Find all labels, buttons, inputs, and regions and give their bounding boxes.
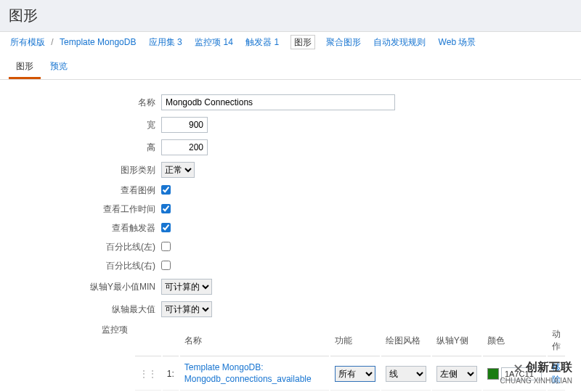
- col-style: 绘图风格: [381, 325, 431, 356]
- label-name: 名称: [0, 97, 161, 109]
- label-ymin: 纵轴Y最小值MIN: [0, 281, 161, 293]
- label-type: 图形类别: [0, 164, 161, 176]
- width-input[interactable]: [161, 117, 208, 133]
- separator: /: [51, 37, 53, 47]
- crumb-screens[interactable]: 聚合图形: [326, 37, 361, 47]
- col-name: 名称: [180, 325, 329, 356]
- drawstyle-select[interactable]: 线: [386, 366, 426, 382]
- crumb-discovery[interactable]: 自动发现规则: [373, 37, 426, 47]
- label-right-pct: 百分比线(右): [0, 260, 161, 272]
- label-width: 宽: [0, 119, 161, 131]
- drag-handle-icon[interactable]: ⋮⋮: [135, 358, 161, 391]
- label-worktime: 查看工作时间: [0, 203, 161, 216]
- legend-checkbox[interactable]: [161, 185, 171, 195]
- brand-logo: ✕ 创新互联 CHUANG XINHULIAN: [500, 360, 572, 385]
- label-height: 高: [0, 142, 161, 154]
- crumb-graphs-current: 图形: [290, 35, 315, 49]
- page-title: 图形: [9, 6, 572, 25]
- row-number: 1:: [163, 358, 179, 391]
- crumb-all-templates[interactable]: 所有模版: [10, 37, 45, 47]
- label-legend: 查看图例: [0, 184, 161, 197]
- worktime-checkbox[interactable]: [161, 204, 171, 213]
- crumb-template[interactable]: Template MongoDB: [60, 37, 136, 47]
- item-link[interactable]: Template MongoDB:Mongodb_connections_ava…: [180, 358, 329, 391]
- breadcrumb: 所有模版 / Template MongoDB 应用集 3 监控项 14 触发器…: [0, 32, 581, 53]
- color-swatch[interactable]: [487, 368, 499, 380]
- crumb-items[interactable]: 监控项 14: [195, 37, 233, 47]
- ymin-select[interactable]: 可计算的: [161, 279, 212, 295]
- height-input[interactable]: [161, 139, 208, 155]
- left-pct-checkbox[interactable]: [161, 242, 171, 251]
- crumb-triggers[interactable]: 触发器 1: [245, 37, 279, 47]
- crumb-web[interactable]: Web 场景: [439, 37, 476, 47]
- page-header: 图形: [0, 0, 581, 32]
- function-select[interactable]: 所有: [335, 366, 375, 382]
- tab-preview[interactable]: 预览: [43, 56, 75, 77]
- yside-select[interactable]: 左侧: [436, 366, 477, 382]
- label-ymax: 纵轴最大值: [0, 303, 161, 316]
- name-input[interactable]: [161, 94, 395, 110]
- tab-graph[interactable]: 图形: [9, 56, 41, 79]
- graph-form: 名称 宽 高 图形类别 正常 查看图例 查看工作时间 查看触发器 百分比线(左)…: [0, 80, 581, 392]
- type-select[interactable]: 正常: [161, 162, 195, 178]
- label-left-pct: 百分比线(左): [0, 241, 161, 253]
- right-pct-checkbox[interactable]: [161, 261, 171, 270]
- tabs: 图形 预览: [0, 53, 581, 80]
- crumb-applications[interactable]: 应用集 3: [149, 37, 182, 47]
- label-items: 监控项: [0, 324, 134, 336]
- ymax-select[interactable]: 可计算的: [161, 301, 212, 317]
- col-color: 颜色: [483, 325, 546, 356]
- col-yside: 纵轴Y侧: [432, 325, 482, 356]
- col-func: 功能: [330, 325, 380, 356]
- triggers-checkbox[interactable]: [161, 223, 171, 232]
- label-view-triggers: 查看触发器: [0, 222, 161, 234]
- col-action: 动作: [548, 325, 565, 356]
